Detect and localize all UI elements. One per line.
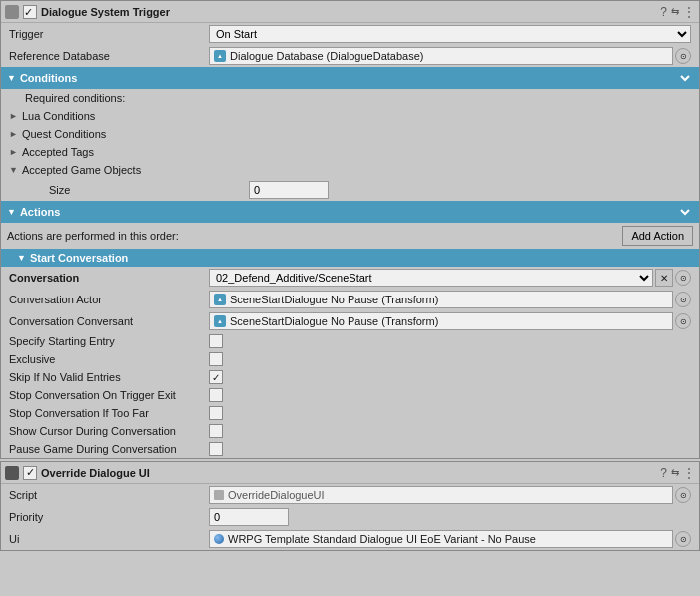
script-icon — [214, 490, 224, 500]
exclusive-label: Exclusive — [9, 353, 209, 365]
conditions-dropdown[interactable] — [673, 70, 693, 86]
quest-conditions-item[interactable]: ► Quest Conditions — [1, 125, 699, 143]
stop-too-far-label: Stop Conversation If Too Far — [9, 407, 209, 419]
skip-if-no-valid-value — [209, 370, 691, 384]
pause-game-value — [209, 442, 691, 456]
pause-game-checkbox[interactable] — [209, 442, 223, 456]
exclusive-value — [209, 352, 691, 366]
conversation-actor-row: Conversation Actor SceneStartDialogue No… — [1, 289, 699, 310]
component-enable-checkbox[interactable]: ✓ — [23, 5, 37, 19]
trigger-select[interactable]: On Start — [209, 25, 691, 43]
skip-if-no-valid-checkbox[interactable] — [209, 370, 223, 384]
script-text: OverrideDialogueUI — [228, 489, 325, 501]
settings-icon[interactable]: ⇆ — [671, 6, 679, 17]
specify-starting-row: Specify Starting Entry — [1, 332, 699, 350]
dialogue-system-trigger-panel: ✓ Dialogue System Trigger ? ⇆ ⋮ Trigger … — [0, 0, 700, 459]
specify-starting-value — [209, 334, 691, 348]
size-row: Size — [1, 179, 699, 201]
priority-row: Priority — [1, 506, 699, 528]
stop-on-trigger-checkbox[interactable] — [209, 388, 223, 402]
conversant-field: SceneStartDialogue No Pause (Transform) — [209, 312, 673, 330]
quest-conditions-label: Quest Conditions — [22, 128, 106, 140]
pause-game-label: Pause Game During Conversation — [9, 443, 209, 455]
actions-order-label: Actions are performed in this order: — [7, 230, 179, 242]
conversation-conversant-row: Conversation Conversant SceneStartDialog… — [1, 310, 699, 332]
help-icon[interactable]: ? — [660, 5, 667, 19]
conditions-arrow: ▼ — [7, 73, 16, 83]
show-cursor-label: Show Cursor During Conversation — [9, 425, 209, 437]
more2-icon[interactable]: ⋮ — [683, 466, 695, 480]
conversant-icon — [214, 315, 226, 327]
script-value-container: OverrideDialogueUI ⊙ — [209, 486, 691, 504]
show-cursor-row: Show Cursor During Conversation — [1, 422, 699, 440]
pause-game-row: Pause Game During Conversation — [1, 440, 699, 458]
conversation-x-btn[interactable]: ✕ — [655, 269, 673, 287]
required-conditions-label: Required conditions: — [25, 92, 125, 104]
priority-input[interactable] — [209, 508, 289, 526]
add-action-button[interactable]: Add Action — [622, 226, 693, 246]
component2-title: Override Dialogue UI — [41, 467, 660, 479]
lua-conditions-item[interactable]: ► Lua Conditions — [1, 107, 699, 125]
reference-db-circle-btn[interactable]: ⊙ — [675, 48, 691, 64]
stop-too-far-value — [209, 406, 691, 420]
stop-too-far-row: Stop Conversation If Too Far — [1, 404, 699, 422]
reference-db-field: Dialogue Database (DialogueDatabase) — [209, 47, 673, 65]
stop-on-trigger-row: Stop Conversation On Trigger Exit — [1, 386, 699, 404]
skip-if-no-valid-label: Skip If No Valid Entries — [9, 371, 209, 383]
conversation-circle-btn[interactable]: ⊙ — [675, 270, 691, 286]
show-cursor-value — [209, 424, 691, 438]
stop-on-trigger-value — [209, 388, 691, 402]
stop-too-far-checkbox[interactable] — [209, 406, 223, 420]
override-dialogue-ui-panel: ✓ Override Dialogue UI ? ⇆ ⋮ Script Over… — [0, 461, 700, 551]
ui-sphere-icon — [214, 534, 224, 544]
script-row: Script OverrideDialogueUI ⊙ — [1, 484, 699, 506]
ui-circle-btn[interactable]: ⊙ — [675, 531, 691, 547]
help2-icon[interactable]: ? — [660, 466, 667, 480]
conversant-text: SceneStartDialogue No Pause (Transform) — [230, 315, 438, 327]
ui-value-container: WRPG Template Standard Dialogue UI EoE V… — [209, 530, 691, 548]
component2-header: ✓ Override Dialogue UI ? ⇆ ⋮ — [1, 462, 699, 484]
conditions-section-header[interactable]: ▼ Conditions — [1, 67, 699, 89]
more-icon[interactable]: ⋮ — [683, 5, 695, 19]
conversation-row: Conversation 02_Defend_Additive/SceneSta… — [1, 267, 699, 289]
exclusive-checkbox[interactable] — [209, 352, 223, 366]
actions-section-header[interactable]: ▼ Actions — [1, 201, 699, 223]
start-conversation-header[interactable]: ▼ Start Conversation — [1, 249, 699, 267]
accepted-game-objects-item[interactable]: ▼ Accepted Game Objects — [1, 161, 699, 179]
priority-label: Priority — [9, 511, 209, 523]
component1-toolbar: ? ⇆ ⋮ — [660, 5, 695, 19]
actions-dropdown[interactable] — [673, 204, 693, 220]
trigger-label: Trigger — [9, 28, 209, 40]
conversation-conversant-value: SceneStartDialogue No Pause (Transform) … — [209, 312, 691, 330]
db-icon — [214, 50, 226, 62]
conversant-circle-btn[interactable]: ⊙ — [675, 313, 691, 329]
actor-text: SceneStartDialogue No Pause (Transform) — [230, 294, 438, 305]
conversation-select[interactable]: 02_Defend_Additive/SceneStart — [209, 269, 653, 287]
size-input[interactable] — [249, 181, 329, 199]
conversation-label: Conversation — [9, 272, 209, 284]
ui-field: WRPG Template Standard Dialogue UI EoE V… — [209, 530, 673, 548]
settings2-icon[interactable]: ⇆ — [671, 467, 679, 478]
conversation-actor-label: Conversation Actor — [9, 294, 209, 305]
accepted-go-arrow: ▼ — [9, 165, 18, 175]
actor-field: SceneStartDialogue No Pause (Transform) — [209, 291, 673, 308]
show-cursor-checkbox[interactable] — [209, 424, 223, 438]
lua-arrow: ► — [9, 111, 18, 121]
specify-starting-label: Specify Starting Entry — [9, 335, 209, 347]
exclusive-row: Exclusive — [1, 350, 699, 368]
specify-starting-checkbox[interactable] — [209, 334, 223, 348]
required-conditions-row: Required conditions: — [1, 89, 699, 107]
reference-db-row: Reference Database Dialogue Database (Di… — [1, 45, 699, 67]
component2-icon — [5, 466, 19, 480]
accepted-tags-label: Accepted Tags — [22, 146, 94, 158]
script-circle-btn[interactable]: ⊙ — [675, 487, 691, 503]
component1-header: ✓ Dialogue System Trigger ? ⇆ ⋮ — [1, 1, 699, 23]
component1-title: Dialogue System Trigger — [41, 6, 660, 18]
component2-enable-checkbox[interactable]: ✓ — [23, 466, 37, 480]
actions-arrow: ▼ — [7, 207, 16, 217]
actor-circle-btn[interactable]: ⊙ — [675, 292, 691, 307]
accepted-tags-item[interactable]: ► Accepted Tags — [1, 143, 699, 161]
size-label: Size — [49, 184, 249, 196]
conversation-value-container: 02_Defend_Additive/SceneStart ✕ ⊙ — [209, 269, 691, 287]
conditions-title: Conditions — [20, 72, 77, 84]
